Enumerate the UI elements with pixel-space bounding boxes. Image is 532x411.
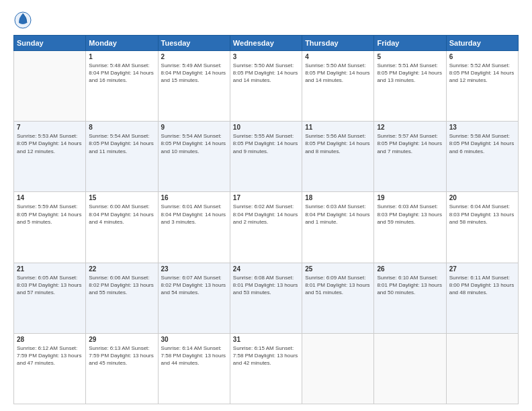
calendar-week-4: 21Sunrise: 6:05 AM Sunset: 8:03 PM Dayli… [14, 263, 519, 333]
calendar-cell [374, 333, 446, 404]
weekday-monday: Monday [86, 36, 158, 51]
calendar-cell: 9Sunrise: 5:54 AM Sunset: 8:05 PM Daylig… [158, 122, 230, 192]
day-info: Sunrise: 6:15 AM Sunset: 7:58 PM Dayligh… [233, 345, 299, 367]
calendar-cell: 22Sunrise: 6:06 AM Sunset: 8:02 PM Dayli… [86, 263, 158, 333]
calendar-cell: 26Sunrise: 6:10 AM Sunset: 8:01 PM Dayli… [374, 263, 446, 333]
day-number: 24 [233, 265, 299, 273]
day-number: 3 [233, 53, 299, 60]
day-info: Sunrise: 6:10 AM Sunset: 8:01 PM Dayligh… [377, 274, 443, 297]
day-info: Sunrise: 6:12 AM Sunset: 7:59 PM Dayligh… [17, 345, 83, 367]
day-info: Sunrise: 6:11 AM Sunset: 8:00 PM Dayligh… [449, 274, 515, 297]
day-info: Sunrise: 5:48 AM Sunset: 8:04 PM Dayligh… [89, 62, 154, 85]
calendar-cell: 27Sunrise: 6:11 AM Sunset: 8:00 PM Dayli… [446, 263, 518, 333]
day-number: 22 [89, 265, 154, 273]
calendar-week-1: 1Sunrise: 5:48 AM Sunset: 8:04 PM Daylig… [14, 51, 519, 122]
day-info: Sunrise: 6:02 AM Sunset: 8:04 PM Dayligh… [233, 203, 299, 226]
day-info: Sunrise: 5:57 AM Sunset: 8:05 PM Dayligh… [377, 132, 443, 155]
day-number: 29 [89, 336, 154, 343]
calendar-cell: 1Sunrise: 5:48 AM Sunset: 8:04 PM Daylig… [86, 51, 158, 122]
day-number: 21 [17, 265, 83, 273]
day-number: 14 [17, 194, 83, 201]
weekday-friday: Friday [374, 36, 446, 51]
day-number: 26 [377, 265, 443, 273]
calendar-cell: 2Sunrise: 5:49 AM Sunset: 8:04 PM Daylig… [158, 51, 230, 122]
calendar-cell: 19Sunrise: 6:03 AM Sunset: 8:03 PM Dayli… [374, 192, 446, 263]
calendar-table: SundayMondayTuesdayWednesdayThursdayFrid… [13, 35, 519, 404]
calendar-cell: 7Sunrise: 5:53 AM Sunset: 8:05 PM Daylig… [14, 122, 86, 192]
calendar-cell: 3Sunrise: 5:50 AM Sunset: 8:05 PM Daylig… [230, 51, 302, 122]
day-number: 17 [233, 194, 299, 201]
calendar-cell: 6Sunrise: 5:52 AM Sunset: 8:05 PM Daylig… [446, 51, 518, 122]
day-info: Sunrise: 5:56 AM Sunset: 8:05 PM Dayligh… [305, 132, 371, 155]
weekday-header-row: SundayMondayTuesdayWednesdayThursdayFrid… [14, 36, 519, 51]
calendar-cell: 13Sunrise: 5:58 AM Sunset: 8:05 PM Dayli… [446, 122, 518, 192]
calendar-cell: 17Sunrise: 6:02 AM Sunset: 8:04 PM Dayli… [230, 192, 302, 263]
day-info: Sunrise: 5:55 AM Sunset: 8:05 PM Dayligh… [233, 132, 299, 155]
day-info: Sunrise: 5:54 AM Sunset: 8:05 PM Dayligh… [161, 132, 227, 155]
day-number: 5 [377, 53, 443, 60]
day-info: Sunrise: 5:52 AM Sunset: 8:05 PM Dayligh… [449, 62, 515, 85]
calendar-cell: 14Sunrise: 5:59 AM Sunset: 8:05 PM Dayli… [14, 192, 86, 263]
day-info: Sunrise: 5:58 AM Sunset: 8:05 PM Dayligh… [449, 132, 515, 155]
day-info: Sunrise: 6:08 AM Sunset: 8:01 PM Dayligh… [233, 274, 299, 297]
day-info: Sunrise: 6:07 AM Sunset: 8:02 PM Dayligh… [161, 274, 227, 297]
calendar-cell: 18Sunrise: 6:03 AM Sunset: 8:04 PM Dayli… [302, 192, 374, 263]
day-number: 19 [377, 194, 443, 201]
calendar-cell: 5Sunrise: 5:51 AM Sunset: 8:05 PM Daylig… [374, 51, 446, 122]
day-info: Sunrise: 5:59 AM Sunset: 8:05 PM Dayligh… [17, 203, 83, 226]
day-number: 20 [449, 194, 515, 201]
calendar-cell: 30Sunrise: 6:14 AM Sunset: 7:58 PM Dayli… [158, 333, 230, 404]
calendar-cell: 12Sunrise: 5:57 AM Sunset: 8:05 PM Dayli… [374, 122, 446, 192]
day-number: 11 [305, 124, 371, 131]
day-info: Sunrise: 6:03 AM Sunset: 8:04 PM Dayligh… [305, 203, 371, 226]
calendar-cell [302, 333, 374, 404]
day-number: 23 [161, 265, 227, 273]
day-number: 27 [449, 265, 515, 273]
day-info: Sunrise: 6:13 AM Sunset: 7:59 PM Dayligh… [89, 345, 154, 367]
day-info: Sunrise: 5:50 AM Sunset: 8:05 PM Dayligh… [305, 62, 371, 85]
weekday-thursday: Thursday [302, 36, 374, 51]
day-number: 6 [449, 53, 515, 60]
day-number: 16 [161, 194, 227, 201]
day-info: Sunrise: 6:05 AM Sunset: 8:03 PM Dayligh… [17, 274, 83, 297]
header [13, 11, 519, 30]
day-info: Sunrise: 6:06 AM Sunset: 8:02 PM Dayligh… [89, 274, 154, 297]
day-number: 10 [233, 124, 299, 131]
weekday-sunday: Sunday [14, 36, 86, 51]
day-info: Sunrise: 5:54 AM Sunset: 8:05 PM Dayligh… [89, 132, 154, 155]
weekday-wednesday: Wednesday [230, 36, 302, 51]
calendar-cell: 8Sunrise: 5:54 AM Sunset: 8:05 PM Daylig… [86, 122, 158, 192]
day-info: Sunrise: 6:03 AM Sunset: 8:03 PM Dayligh… [377, 203, 443, 226]
day-info: Sunrise: 5:53 AM Sunset: 8:05 PM Dayligh… [17, 132, 83, 155]
weekday-tuesday: Tuesday [158, 36, 230, 51]
day-number: 25 [305, 265, 371, 273]
day-number: 7 [17, 124, 83, 131]
calendar-cell [446, 333, 518, 404]
calendar-cell: 29Sunrise: 6:13 AM Sunset: 7:59 PM Dayli… [86, 333, 158, 404]
day-number: 1 [89, 53, 154, 60]
day-number: 13 [449, 124, 515, 131]
calendar-cell: 31Sunrise: 6:15 AM Sunset: 7:58 PM Dayli… [230, 333, 302, 404]
day-number: 30 [161, 336, 227, 343]
day-number: 2 [161, 53, 227, 60]
day-info: Sunrise: 6:00 AM Sunset: 8:04 PM Dayligh… [89, 203, 154, 226]
calendar-cell: 23Sunrise: 6:07 AM Sunset: 8:02 PM Dayli… [158, 263, 230, 333]
calendar-cell: 16Sunrise: 6:01 AM Sunset: 8:04 PM Dayli… [158, 192, 230, 263]
calendar-cell: 4Sunrise: 5:50 AM Sunset: 8:05 PM Daylig… [302, 51, 374, 122]
day-number: 9 [161, 124, 227, 131]
weekday-saturday: Saturday [446, 36, 518, 51]
day-number: 31 [233, 336, 299, 343]
day-info: Sunrise: 6:14 AM Sunset: 7:58 PM Dayligh… [161, 345, 227, 367]
page: SundayMondayTuesdayWednesdayThursdayFrid… [0, 0, 532, 411]
calendar-cell [14, 51, 86, 122]
logo [13, 11, 35, 30]
calendar-cell: 24Sunrise: 6:08 AM Sunset: 8:01 PM Dayli… [230, 263, 302, 333]
calendar-cell: 11Sunrise: 5:56 AM Sunset: 8:05 PM Dayli… [302, 122, 374, 192]
calendar-cell: 20Sunrise: 6:04 AM Sunset: 8:03 PM Dayli… [446, 192, 518, 263]
day-info: Sunrise: 6:04 AM Sunset: 8:03 PM Dayligh… [449, 203, 515, 226]
calendar-cell: 15Sunrise: 6:00 AM Sunset: 8:04 PM Dayli… [86, 192, 158, 263]
calendar-cell: 10Sunrise: 5:55 AM Sunset: 8:05 PM Dayli… [230, 122, 302, 192]
day-info: Sunrise: 6:09 AM Sunset: 8:01 PM Dayligh… [305, 274, 371, 297]
day-info: Sunrise: 5:51 AM Sunset: 8:05 PM Dayligh… [377, 62, 443, 85]
calendar-week-3: 14Sunrise: 5:59 AM Sunset: 8:05 PM Dayli… [14, 192, 519, 263]
